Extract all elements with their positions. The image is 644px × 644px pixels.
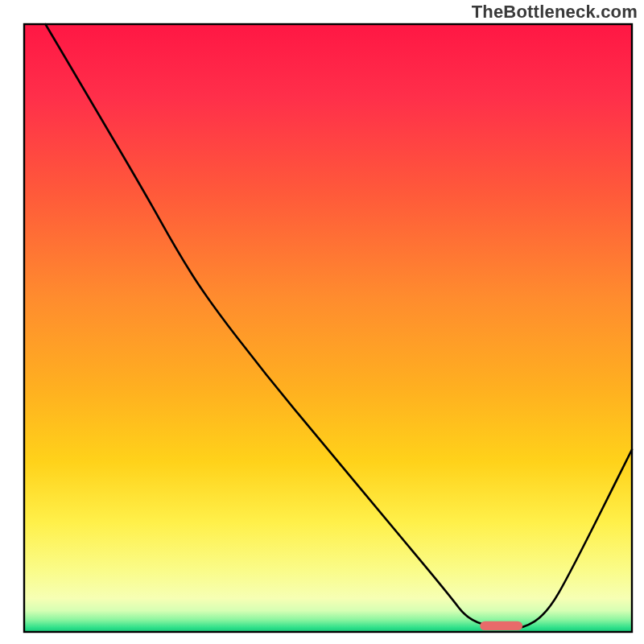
watermark-label: TheBottleneck.com xyxy=(472,2,638,23)
optimal-marker xyxy=(480,621,522,630)
bottleneck-chart xyxy=(0,0,644,644)
chart-gradient-background xyxy=(24,24,632,632)
chart-container: TheBottleneck.com xyxy=(0,0,644,644)
